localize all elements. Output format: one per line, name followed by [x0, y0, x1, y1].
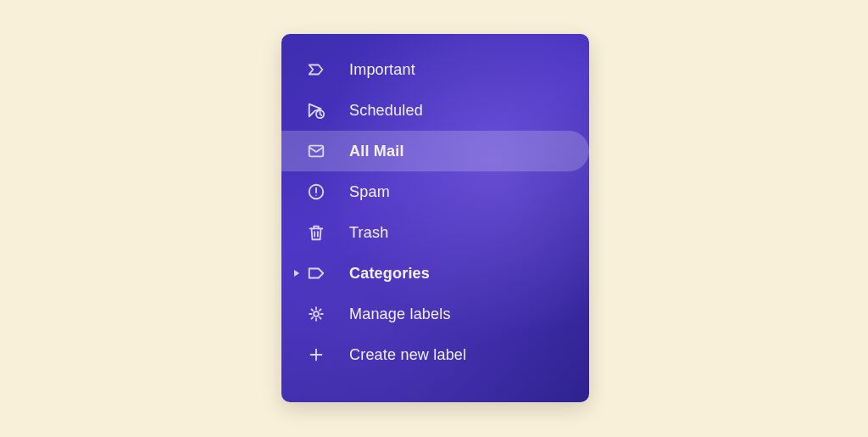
svg-point-3 [315, 194, 316, 195]
sidebar-item-trash[interactable]: Trash [281, 212, 589, 253]
trash-icon [307, 223, 326, 242]
plus-icon [307, 345, 326, 364]
mail-sidebar-panel: Important Scheduled All Mail [281, 34, 589, 402]
sidebar-item-label: Manage labels [326, 305, 451, 323]
sidebar-item-important[interactable]: Important [281, 49, 589, 90]
svg-point-4 [314, 311, 319, 317]
sidebar-nav: Important Scheduled All Mail [281, 34, 589, 375]
sidebar-item-label: Categories [326, 265, 430, 283]
sidebar-item-label: Scheduled [326, 102, 423, 120]
sidebar-item-label: Spam [326, 183, 390, 201]
expand-caret-icon [293, 269, 300, 277]
sidebar-item-create-label[interactable]: Create new label [281, 334, 589, 375]
sidebar-item-spam[interactable]: Spam [281, 171, 589, 212]
scheduled-icon [307, 101, 326, 120]
sidebar-item-all-mail[interactable]: All Mail [281, 131, 589, 171]
sidebar-item-label: Create new label [326, 346, 466, 364]
sidebar-item-label: All Mail [326, 143, 404, 160]
important-icon [307, 60, 326, 79]
sidebar-item-label: Important [326, 61, 415, 79]
gear-icon [307, 305, 326, 323]
sidebar-item-manage-labels[interactable]: Manage labels [281, 294, 589, 334]
sidebar-item-scheduled[interactable]: Scheduled [281, 90, 589, 131]
sidebar-item-categories[interactable]: Categories [281, 253, 589, 294]
spam-icon [307, 182, 326, 201]
label-icon [307, 264, 326, 283]
sidebar-item-label: Trash [326, 224, 388, 242]
mail-icon [307, 142, 326, 160]
